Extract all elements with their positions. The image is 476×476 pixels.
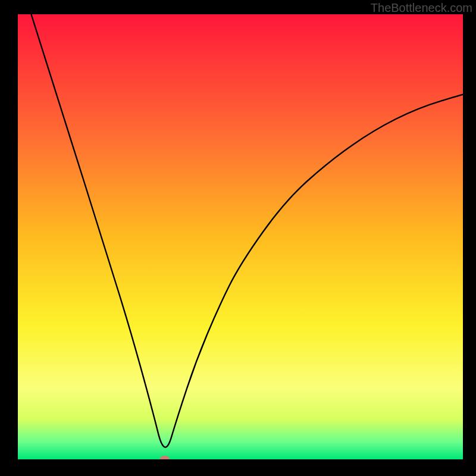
bottleneck-chart <box>18 14 463 459</box>
chart-background <box>18 14 463 459</box>
watermark-text: TheBottleneck.com <box>371 1 472 15</box>
